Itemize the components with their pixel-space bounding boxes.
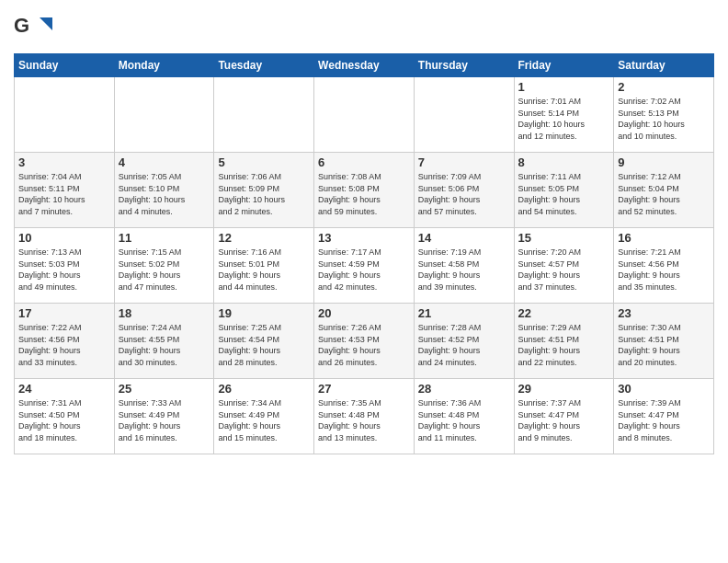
day-info: Sunrise: 7:20 AM Sunset: 4:57 PM Dayligh…: [518, 247, 610, 293]
day-number: 21: [418, 306, 510, 320]
calendar-cell: 15Sunrise: 7:20 AM Sunset: 4:57 PM Dayli…: [514, 228, 614, 304]
day-info: Sunrise: 7:28 AM Sunset: 4:52 PM Dayligh…: [418, 322, 510, 368]
calendar-cell: 2Sunrise: 7:02 AM Sunset: 5:13 PM Daylig…: [614, 77, 714, 153]
calendar-cell: 17Sunrise: 7:22 AM Sunset: 4:56 PM Dayli…: [15, 304, 115, 379]
day-number: 8: [518, 155, 610, 169]
day-number: 10: [18, 231, 110, 245]
day-info: Sunrise: 7:06 AM Sunset: 5:09 PM Dayligh…: [218, 171, 310, 217]
day-number: 22: [518, 306, 610, 320]
calendar-cell: [214, 77, 314, 153]
col-wednesday: Wednesday: [314, 54, 415, 77]
col-tuesday: Tuesday: [214, 54, 314, 77]
day-number: 16: [618, 231, 710, 245]
calendar-header: Sunday Monday Tuesday Wednesday Thursday…: [15, 54, 714, 77]
calendar-cell: 27Sunrise: 7:35 AM Sunset: 4:48 PM Dayli…: [314, 379, 415, 454]
col-monday: Monday: [114, 54, 214, 77]
page-container: G Sunday Monday Tuesday Wednesday Thursd…: [0, 0, 728, 459]
day-number: 1: [518, 80, 610, 94]
day-number: 30: [618, 382, 710, 396]
day-number: 7: [418, 155, 510, 169]
day-info: Sunrise: 7:22 AM Sunset: 4:56 PM Dayligh…: [18, 322, 110, 368]
calendar-cell: 10Sunrise: 7:13 AM Sunset: 5:03 PM Dayli…: [15, 228, 115, 304]
calendar-cell: 5Sunrise: 7:06 AM Sunset: 5:09 PM Daylig…: [214, 153, 314, 228]
calendar-cell: 19Sunrise: 7:25 AM Sunset: 4:54 PM Dayli…: [214, 304, 314, 379]
calendar-cell: 16Sunrise: 7:21 AM Sunset: 4:56 PM Dayli…: [614, 228, 714, 304]
col-friday: Friday: [514, 54, 614, 77]
day-info: Sunrise: 7:02 AM Sunset: 5:13 PM Dayligh…: [618, 96, 710, 142]
day-number: 24: [18, 382, 110, 396]
calendar-cell: 21Sunrise: 7:28 AM Sunset: 4:52 PM Dayli…: [414, 304, 514, 379]
logo: G: [14, 14, 54, 46]
day-info: Sunrise: 7:39 AM Sunset: 4:47 PM Dayligh…: [618, 397, 710, 443]
calendar-cell: 30Sunrise: 7:39 AM Sunset: 4:47 PM Dayli…: [614, 379, 714, 454]
svg-text:G: G: [14, 14, 29, 37]
day-info: Sunrise: 7:09 AM Sunset: 5:06 PM Dayligh…: [418, 171, 510, 217]
day-number: 28: [418, 382, 510, 396]
calendar-cell: 24Sunrise: 7:31 AM Sunset: 4:50 PM Dayli…: [15, 379, 115, 454]
day-number: 11: [119, 231, 210, 245]
col-saturday: Saturday: [614, 54, 714, 77]
calendar-cell: 11Sunrise: 7:15 AM Sunset: 5:02 PM Dayli…: [114, 228, 214, 304]
day-number: 5: [218, 155, 310, 169]
calendar-cell: 4Sunrise: 7:05 AM Sunset: 5:10 PM Daylig…: [114, 153, 214, 228]
calendar-cell: 3Sunrise: 7:04 AM Sunset: 5:11 PM Daylig…: [15, 153, 115, 228]
calendar-cell: 12Sunrise: 7:16 AM Sunset: 5:01 PM Dayli…: [214, 228, 314, 304]
day-number: 3: [18, 155, 110, 169]
day-info: Sunrise: 7:36 AM Sunset: 4:48 PM Dayligh…: [418, 397, 510, 443]
day-info: Sunrise: 7:19 AM Sunset: 4:58 PM Dayligh…: [418, 247, 510, 293]
calendar-cell: 8Sunrise: 7:11 AM Sunset: 5:05 PM Daylig…: [514, 153, 614, 228]
day-info: Sunrise: 7:16 AM Sunset: 5:01 PM Dayligh…: [218, 247, 310, 293]
col-thursday: Thursday: [414, 54, 514, 77]
calendar-cell: 22Sunrise: 7:29 AM Sunset: 4:51 PM Dayli…: [514, 304, 614, 379]
day-number: 18: [119, 306, 210, 320]
calendar-cell: [15, 77, 115, 153]
day-number: 26: [218, 382, 310, 396]
day-info: Sunrise: 7:21 AM Sunset: 4:56 PM Dayligh…: [618, 247, 710, 293]
day-info: Sunrise: 7:17 AM Sunset: 4:59 PM Dayligh…: [318, 247, 410, 293]
day-number: 2: [618, 80, 710, 94]
day-info: Sunrise: 7:25 AM Sunset: 4:54 PM Dayligh…: [218, 322, 310, 368]
day-info: Sunrise: 7:30 AM Sunset: 4:51 PM Dayligh…: [618, 322, 710, 368]
day-number: 4: [119, 155, 210, 169]
header: G: [14, 9, 714, 46]
day-number: 20: [318, 306, 410, 320]
calendar-cell: [314, 77, 415, 153]
day-info: Sunrise: 7:29 AM Sunset: 4:51 PM Dayligh…: [518, 322, 610, 368]
day-info: Sunrise: 7:12 AM Sunset: 5:04 PM Dayligh…: [618, 171, 710, 217]
calendar-cell: 14Sunrise: 7:19 AM Sunset: 4:58 PM Dayli…: [414, 228, 514, 304]
header-row: Sunday Monday Tuesday Wednesday Thursday…: [15, 54, 714, 77]
day-number: 14: [418, 231, 510, 245]
day-info: Sunrise: 7:04 AM Sunset: 5:11 PM Dayligh…: [18, 171, 110, 217]
day-info: Sunrise: 7:01 AM Sunset: 5:14 PM Dayligh…: [518, 96, 610, 142]
day-number: 6: [318, 155, 410, 169]
calendar-cell: 1Sunrise: 7:01 AM Sunset: 5:14 PM Daylig…: [514, 77, 614, 153]
svg-marker-1: [40, 17, 52, 30]
day-number: 15: [518, 231, 610, 245]
day-number: 25: [119, 382, 210, 396]
day-info: Sunrise: 7:11 AM Sunset: 5:05 PM Dayligh…: [518, 171, 610, 217]
calendar-cell: 29Sunrise: 7:37 AM Sunset: 4:47 PM Dayli…: [514, 379, 614, 454]
calendar-cell: 26Sunrise: 7:34 AM Sunset: 4:49 PM Dayli…: [214, 379, 314, 454]
day-info: Sunrise: 7:13 AM Sunset: 5:03 PM Dayligh…: [18, 247, 110, 293]
calendar-cell: 6Sunrise: 7:08 AM Sunset: 5:08 PM Daylig…: [314, 153, 415, 228]
calendar-week-2: 3Sunrise: 7:04 AM Sunset: 5:11 PM Daylig…: [15, 153, 714, 228]
day-number: 9: [618, 155, 710, 169]
day-info: Sunrise: 7:34 AM Sunset: 4:49 PM Dayligh…: [218, 397, 310, 443]
day-info: Sunrise: 7:35 AM Sunset: 4:48 PM Dayligh…: [318, 397, 410, 443]
day-info: Sunrise: 7:37 AM Sunset: 4:47 PM Dayligh…: [518, 397, 610, 443]
day-number: 23: [618, 306, 710, 320]
calendar-cell: 28Sunrise: 7:36 AM Sunset: 4:48 PM Dayli…: [414, 379, 514, 454]
day-number: 12: [218, 231, 310, 245]
calendar-cell: [114, 77, 214, 153]
calendar-cell: 7Sunrise: 7:09 AM Sunset: 5:06 PM Daylig…: [414, 153, 514, 228]
calendar-cell: 20Sunrise: 7:26 AM Sunset: 4:53 PM Dayli…: [314, 304, 415, 379]
day-number: 13: [318, 231, 410, 245]
calendar-week-1: 1Sunrise: 7:01 AM Sunset: 5:14 PM Daylig…: [15, 77, 714, 153]
day-info: Sunrise: 7:05 AM Sunset: 5:10 PM Dayligh…: [119, 171, 210, 217]
calendar-cell: [414, 77, 514, 153]
day-number: 19: [218, 306, 310, 320]
day-info: Sunrise: 7:15 AM Sunset: 5:02 PM Dayligh…: [119, 247, 210, 293]
calendar-body: 1Sunrise: 7:01 AM Sunset: 5:14 PM Daylig…: [15, 77, 714, 454]
day-info: Sunrise: 7:33 AM Sunset: 4:49 PM Dayligh…: [119, 397, 210, 443]
calendar-cell: 18Sunrise: 7:24 AM Sunset: 4:55 PM Dayli…: [114, 304, 214, 379]
